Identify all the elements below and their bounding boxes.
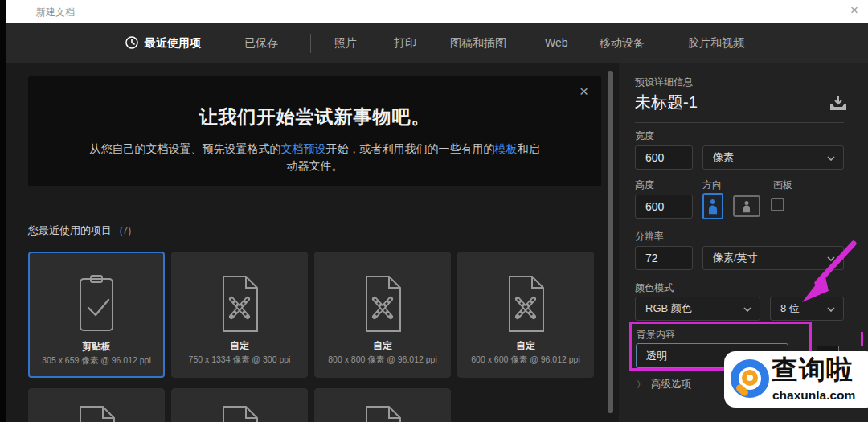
- tab-recent[interactable]: 最近使用项: [145, 23, 201, 63]
- watermark-badge: 查询啦 chaxunla.com: [724, 351, 868, 408]
- magnifier-logo-icon: [731, 359, 771, 399]
- custom-document-icon: [215, 273, 264, 334]
- tab-film-video[interactable]: 胶片和视频: [688, 23, 744, 63]
- tab-saved[interactable]: 已保存: [244, 23, 278, 63]
- tab-web[interactable]: Web: [545, 23, 568, 63]
- document-type-tabbar: 最近使用项 已保存 照片 打印 图稿和插图 Web 移动设备 胶片和视频: [6, 23, 868, 63]
- height-input[interactable]: [635, 195, 693, 219]
- save-preset-icon[interactable]: [829, 96, 847, 111]
- watermark-domain: chaxunla.com: [772, 388, 855, 403]
- bit-depth-value: 8 位: [780, 302, 800, 314]
- custom-document-icon: [358, 273, 407, 334]
- recent-content-area: × 让我们开始尝试新事物吧。 从您自己的文档设置、预先设置格式的文档预设开始，或…: [6, 63, 619, 422]
- recent-items-heading: 您最近使用的项目 (7): [28, 223, 131, 238]
- templates-link[interactable]: 模板: [495, 142, 518, 155]
- advanced-options-toggle[interactable]: 〉高级选项: [637, 378, 691, 391]
- banner-text: 从您自己的文档设置、预先设置格式的: [90, 142, 281, 155]
- resolution-input[interactable]: [635, 246, 693, 270]
- document-icon-partial: [358, 404, 407, 422]
- color-mode-select[interactable]: RGB 颜色: [635, 297, 760, 321]
- window-edge: [0, 0, 6, 422]
- recent-card-custom-1[interactable]: 自定 750 x 1334 像素 @ 300 ppi: [171, 252, 308, 378]
- color-mode-label: 颜色模式: [635, 281, 674, 295]
- card-spec: 305 x 659 像素 @ 96.012 ppi: [30, 355, 163, 367]
- card-spec: 600 x 600 像素 @ 96.012 ppi: [458, 354, 593, 366]
- tab-divider: [310, 34, 311, 53]
- banner-close-icon[interactable]: ×: [579, 83, 588, 100]
- card-spec: 750 x 1334 像素 @ 300 ppi: [172, 354, 307, 366]
- document-name-field[interactable]: 未标题-1: [635, 92, 698, 113]
- orientation-portrait-button[interactable]: [702, 193, 723, 219]
- chevron-right-icon: 〉: [637, 379, 645, 391]
- tab-mobile[interactable]: 移动设备: [600, 23, 645, 63]
- recent-card-partial[interactable]: [314, 388, 451, 422]
- chevron-down-icon: [827, 307, 835, 312]
- custom-document-icon: [502, 273, 550, 334]
- recent-card-partial[interactable]: [171, 388, 308, 422]
- background-contents-value: 透明: [646, 350, 667, 362]
- banner-text: 开始，或者利用我们的一些有用的: [326, 142, 495, 155]
- portrait-person-icon: [708, 199, 718, 214]
- annotation-mark: [861, 332, 863, 346]
- orientation-landscape-button[interactable]: [733, 195, 760, 217]
- landscape-person-icon: [743, 200, 751, 212]
- height-label: 高度: [635, 178, 654, 192]
- resolution-unit-value: 像素/英寸: [713, 252, 758, 264]
- tab-photo[interactable]: 照片: [334, 23, 357, 63]
- card-title: 自定: [315, 339, 450, 353]
- recent-card-partial[interactable]: [28, 388, 165, 422]
- recent-card-custom-2[interactable]: 自定 800 x 800 像素 @ 96.012 ppi: [314, 252, 451, 378]
- card-title: 自定: [458, 339, 593, 353]
- recent-items-heading-text: 您最近使用的项目: [28, 224, 112, 236]
- vertical-scrollbar[interactable]: [608, 71, 613, 413]
- artboard-checkbox[interactable]: [771, 198, 784, 211]
- window-titlebar: 新建文档 ×: [6, 0, 868, 23]
- width-unit-select[interactable]: 像素: [702, 145, 844, 170]
- clipboard-check-icon: [71, 274, 122, 335]
- resolution-unit-select[interactable]: 像素/英寸: [702, 246, 844, 270]
- window-title: 新建文档: [36, 6, 75, 19]
- window-close-icon[interactable]: ×: [850, 2, 858, 18]
- width-label: 宽度: [635, 129, 654, 143]
- advanced-options-label: 高级选项: [651, 379, 691, 390]
- card-title: 自定: [172, 339, 307, 353]
- background-contents-label: 背景内容: [637, 328, 675, 342]
- card-spec: 800 x 800 像素 @ 96.012 ppi: [315, 354, 450, 366]
- chevron-down-icon: [827, 256, 835, 261]
- document-icon-partial: [215, 404, 264, 422]
- banner-description: 从您自己的文档设置、预先设置格式的文档预设开始，或者利用我们的一些有用的模板和启…: [90, 141, 540, 174]
- banner-title: 让我们开始尝试新事物吧。: [28, 104, 601, 129]
- tab-art-illustration[interactable]: 图稿和插图: [450, 23, 506, 63]
- chevron-down-icon: [743, 307, 751, 312]
- watermark-name: 查询啦: [772, 352, 854, 388]
- preset-details-heading: 预设详细信息: [635, 76, 693, 89]
- recent-card-custom-3[interactable]: 自定 600 x 600 像素 @ 96.012 ppi: [457, 252, 594, 378]
- width-input[interactable]: [635, 145, 693, 170]
- orientation-label: 方向: [702, 178, 722, 192]
- artboard-label: 画板: [773, 178, 792, 192]
- card-title: 剪贴板: [30, 340, 163, 354]
- color-mode-value: RGB 颜色: [645, 302, 692, 314]
- resolution-label: 分辨率: [635, 230, 664, 244]
- document-presets-link[interactable]: 文档预设: [281, 142, 326, 155]
- bit-depth-select[interactable]: 8 位: [770, 297, 844, 321]
- recent-clock-icon: [125, 36, 138, 49]
- new-document-dialog: 新建文档 × 最近使用项 已保存 照片 打印 图稿和插图 Web 移动设备 胶片…: [0, 0, 868, 422]
- recent-card-clipboard[interactable]: 剪贴板 305 x 659 像素 @ 96.012 ppi: [28, 252, 165, 378]
- tab-print[interactable]: 打印: [394, 23, 416, 63]
- width-unit-value: 像素: [713, 151, 734, 163]
- document-icon-partial: [72, 404, 121, 422]
- panel-divider: [635, 122, 844, 123]
- recent-items-count: (7): [120, 225, 132, 236]
- chevron-down-icon: [827, 156, 835, 161]
- onboarding-banner: × 让我们开始尝试新事物吧。 从您自己的文档设置、预先设置格式的文档预设开始，或…: [28, 76, 601, 186]
